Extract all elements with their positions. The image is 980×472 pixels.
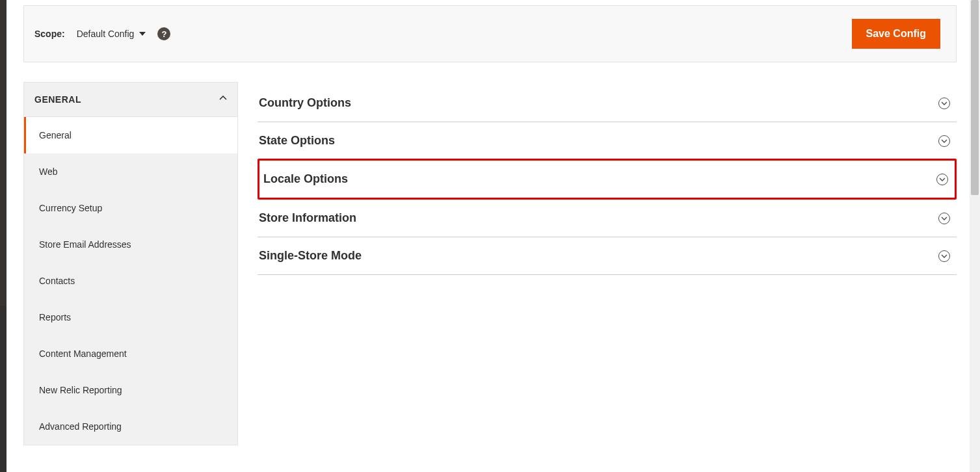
section-store-information[interactable]: Store Information xyxy=(258,200,957,237)
scope-controls: Scope: Default Config ? xyxy=(34,27,170,40)
window-scrollbar[interactable] xyxy=(970,0,980,472)
sidebar-item-currency-setup[interactable]: Currency Setup xyxy=(24,190,237,226)
section-title: State Options xyxy=(259,134,335,148)
chevron-down-circle-icon xyxy=(936,174,948,185)
config-sidebar: GENERAL GeneralWebCurrency SetupStore Em… xyxy=(23,82,238,445)
triangle-down-icon xyxy=(139,32,146,36)
sidebar-item-label: Web xyxy=(39,166,58,177)
config-top-bar: Scope: Default Config ? Save Config xyxy=(23,5,957,62)
section-title: Locale Options xyxy=(263,172,348,186)
scrollbar-thumb[interactable] xyxy=(971,0,979,195)
sidebar-item-web[interactable]: Web xyxy=(24,153,237,190)
save-config-button[interactable]: Save Config xyxy=(852,19,940,49)
section-country-options[interactable]: Country Options xyxy=(258,85,957,122)
sidebar-item-general[interactable]: General xyxy=(24,117,237,153)
sidebar-item-label: General xyxy=(39,130,72,140)
sidebar-group-general[interactable]: GENERAL xyxy=(23,82,238,117)
sidebar-item-label: Currency Setup xyxy=(39,203,102,213)
section-locale-options[interactable]: Locale Options xyxy=(258,159,957,200)
scope-selector[interactable]: Default Config xyxy=(77,29,146,39)
chevron-down-circle-icon xyxy=(938,135,950,147)
sidebar-item-store-email-addresses[interactable]: Store Email Addresses xyxy=(24,226,237,263)
help-icon[interactable]: ? xyxy=(157,27,170,40)
config-main-panel: Country OptionsState OptionsLocale Optio… xyxy=(258,82,957,445)
sidebar-item-new-relic-reporting[interactable]: New Relic Reporting xyxy=(24,372,237,408)
sidebar-item-label: Reports xyxy=(39,312,71,322)
sidebar-group-title: GENERAL xyxy=(34,94,81,105)
scope-label: Scope: xyxy=(34,29,65,39)
section-state-options[interactable]: State Options xyxy=(258,122,957,160)
sidebar-item-label: Advanced Reporting xyxy=(39,421,122,432)
chevron-down-circle-icon xyxy=(938,250,950,262)
sidebar-item-contacts[interactable]: Contacts xyxy=(24,263,237,299)
sidebar-item-label: Contacts xyxy=(39,276,75,286)
scope-value: Default Config xyxy=(77,29,135,39)
sidebar-item-reports[interactable]: Reports xyxy=(24,299,237,335)
left-stripe-lower xyxy=(0,306,7,472)
sidebar-item-label: New Relic Reporting xyxy=(39,385,122,395)
section-title: Country Options xyxy=(259,96,351,110)
section-title: Single-Store Mode xyxy=(259,249,362,263)
left-stripe xyxy=(0,0,7,306)
section-single-store-mode[interactable]: Single-Store Mode xyxy=(258,237,957,275)
sidebar-item-label: Store Email Addresses xyxy=(39,239,131,250)
sidebar-item-advanced-reporting[interactable]: Advanced Reporting xyxy=(24,408,237,445)
sidebar-item-content-management[interactable]: Content Management xyxy=(24,335,237,372)
chevron-down-circle-icon xyxy=(938,213,950,224)
section-title: Store Information xyxy=(259,211,356,225)
sidebar-item-label: Content Management xyxy=(39,348,127,359)
chevron-up-icon xyxy=(219,96,227,103)
chevron-down-circle-icon xyxy=(938,98,950,109)
